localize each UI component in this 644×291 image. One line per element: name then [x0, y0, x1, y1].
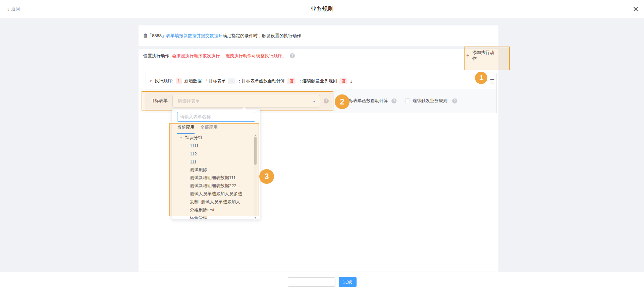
group-caret-icon: ▼ — [180, 136, 182, 139]
group-label: 默认分组 — [185, 135, 202, 141]
action-type: 新增数据 — [184, 78, 202, 84]
trigger-condition-card: 当「8888」 表单填报新数据并提交数据后 满足指定的条件时，触发设置的执行动作 — [139, 25, 498, 46]
scroll-down-icon[interactable]: ▼ — [254, 216, 257, 220]
calc-help-icon[interactable]: ? — [391, 98, 396, 103]
trigger-event-link[interactable]: 表单填报新数据并提交数据后 — [166, 33, 223, 39]
footer-bar: 完成 — [0, 272, 644, 291]
target-form-help-icon[interactable]: ? — [324, 98, 329, 103]
add-action-label: 添加执行动作 — [472, 50, 498, 62]
order-label: 执行顺序: — [155, 78, 173, 84]
rule-summary-row[interactable]: ▼ 执行顺序: 1 新增数据 「目标表单 -- ；目标表单函数自动计算 否 ；连… — [146, 73, 496, 89]
calc-checkbox[interactable] — [337, 98, 341, 103]
tab-all-apps[interactable]: 全部应用 — [200, 124, 218, 134]
list-item[interactable]: 测试新增明细表数据222... — [172, 182, 260, 190]
back-chevron-icon: ‹ — [7, 6, 9, 12]
list-item[interactable]: 分组删除test — [172, 206, 260, 214]
back-button[interactable]: ‹ 返回 — [7, 0, 20, 18]
done-button[interactable]: 完成 — [339, 277, 357, 287]
list-item[interactable]: 111 — [172, 158, 260, 166]
scrollbar: ▲ ▼ — [254, 134, 257, 220]
close-icon[interactable]: × — [633, 0, 639, 18]
select-placeholder: 请选择表单 — [178, 98, 200, 104]
collapse-caret-icon[interactable]: ▼ — [149, 80, 152, 83]
tree-group-default[interactable]: ▼ 默认分组 — [172, 134, 260, 142]
plus-icon: + — [466, 53, 469, 58]
page-title: 业务规则 — [311, 0, 333, 18]
continuous-checkbox-label: 连续触发业务规则 — [413, 89, 447, 113]
continuous-checkbox[interactable] — [405, 98, 410, 103]
list-item[interactable]: 测试人员单选累加人员多选 — [172, 190, 260, 198]
bracket-close: 」 — [350, 78, 354, 84]
instruction-help-icon[interactable]: ? — [290, 53, 295, 58]
footer-text-input[interactable] — [288, 277, 335, 287]
instruction-warning: 会按照执行顺序依次执行， 拖拽执行动作可调整执行顺序。 — [172, 53, 287, 59]
form-search-input[interactable] — [177, 112, 255, 122]
app-header: ‹ 返回 业务规则 × — [0, 0, 644, 18]
dropdown-tabs: 当前应用 全部应用 — [177, 124, 218, 134]
select-caret-icon: ▼ — [313, 100, 316, 103]
calc-badge: 否 — [287, 78, 296, 84]
execution-rule-panel: ▼ 执行顺序: 1 新增数据 「目标表单 -- ；目标表单函数自动计算 否 ；连… — [146, 73, 497, 113]
delete-icon[interactable] — [489, 78, 495, 84]
scrollbar-thumb[interactable] — [254, 137, 257, 165]
add-action-button[interactable]: + 添加执行动作 — [466, 51, 498, 60]
actions-instruction: 设置执行动作, 会按照执行顺序依次执行， 拖拽执行动作可调整执行顺序。 ? — [143, 49, 295, 63]
list-item[interactable]: 112 — [172, 150, 260, 158]
divider — [139, 63, 498, 63]
trigger-suffix: 满足指定的条件时，触发设置的执行动作 — [223, 33, 301, 39]
continuous-help-icon[interactable]: ? — [452, 98, 457, 103]
bracket-open-target-form: 「目标表单 — [204, 78, 226, 84]
back-label: 返回 — [11, 6, 20, 12]
list-item[interactable]: 测试删除 — [172, 166, 260, 174]
form-tree-list: ▼ 默认分组 1111 112 111 测试删除 测试新增明细表数据111 测试… — [172, 134, 260, 219]
list-item[interactable]: 测试新增明细表数据111 — [172, 174, 260, 182]
list-item[interactable]: 1111 — [172, 142, 260, 150]
list-item[interactable]: 运营管理 — [172, 214, 260, 219]
instruction-plain: 设置执行动作, — [143, 53, 171, 59]
target-form-select[interactable]: 请选择表单 ▼ — [172, 95, 320, 107]
calc-summary-label: ；目标表单函数自动计算 — [237, 78, 285, 84]
trigger-prefix: 当「8888」 — [143, 33, 166, 39]
continuous-summary-label: ；连续触发业务规则 — [298, 78, 337, 84]
tab-current-app[interactable]: 当前应用 — [177, 124, 195, 134]
order-badge: 1 — [176, 78, 182, 84]
form-picker-dropdown: 当前应用 全部应用 ▼ 默认分组 1111 112 111 测试删除 测试新增明… — [172, 109, 260, 220]
calc-checkbox-label: 目标表单函数自动计算 — [344, 89, 388, 113]
target-form-label: 目标表单: — [150, 89, 169, 113]
list-item[interactable]: 复制_测试人员单选累加人... — [172, 198, 260, 206]
target-form-badge: -- — [228, 78, 235, 84]
continuous-badge: 否 — [339, 78, 347, 84]
page-canvas: ‹ 返回 业务规则 × 当「8888」 表单填报新数据并提交数据后 满足指定的条… — [0, 0, 644, 291]
